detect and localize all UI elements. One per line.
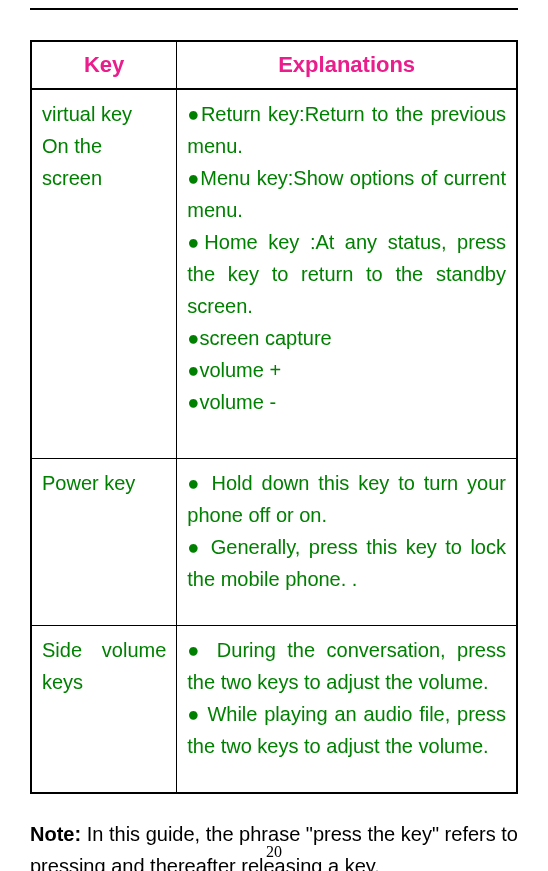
bullet-item: ● During the conversation, press the two… xyxy=(187,634,506,698)
key-text: On the screen xyxy=(42,135,102,189)
key-text: Power key xyxy=(42,472,135,494)
bullet-item: ●Menu key:Show options of current menu. xyxy=(187,162,506,226)
bullet-item: ● While playing an audio file, press the… xyxy=(187,698,506,762)
bullet-item: ●volume - xyxy=(187,386,506,418)
explanation-cell-side-volume: ● During the conversation, press the two… xyxy=(177,626,517,794)
key-cell-side-volume: Side volume keys xyxy=(31,626,177,794)
key-cell-virtual: virtual key On the screen xyxy=(31,89,177,459)
bullet-item: ●volume + xyxy=(187,354,506,386)
explanation-cell-virtual: ●Return key:Return to the previous menu.… xyxy=(177,89,517,459)
explanation-cell-power: ● Hold down this key to turn your phone … xyxy=(177,459,517,626)
bullet-item: ●screen capture xyxy=(187,322,506,354)
key-text: Side volume keys xyxy=(42,634,166,698)
page-number: 20 xyxy=(266,843,282,861)
header-explanations: Explanations xyxy=(177,41,517,89)
note-label: Note: xyxy=(30,823,81,845)
key-cell-power: Power key xyxy=(31,459,177,626)
header-key: Key xyxy=(31,41,177,89)
bullet-item: ●Return key:Return to the previous menu. xyxy=(187,98,506,162)
table-row: virtual key On the screen ●Return key:Re… xyxy=(31,89,517,459)
bullet-item: ● Hold down this key to turn your phone … xyxy=(187,467,506,531)
top-divider xyxy=(30,8,518,10)
key-explanations-table: Key Explanations virtual key On the scre… xyxy=(30,40,518,794)
table-row: Side volume keys ● During the conversati… xyxy=(31,626,517,794)
table-header-row: Key Explanations xyxy=(31,41,517,89)
bullet-item: ● Generally, press this key to lock the … xyxy=(187,531,506,595)
table-row: Power key ● Hold down this key to turn y… xyxy=(31,459,517,626)
bullet-item: ●Home key :At any status, press the key … xyxy=(187,226,506,322)
key-text: virtual key xyxy=(42,103,132,125)
